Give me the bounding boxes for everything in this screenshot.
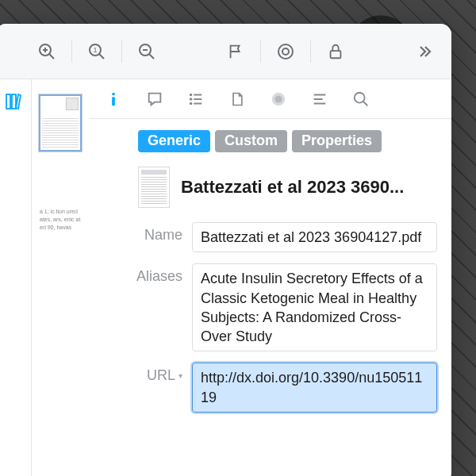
svg-text:1: 1	[93, 46, 97, 54]
top-toolbar: 1	[0, 24, 451, 79]
info-icon[interactable]	[102, 87, 125, 111]
toolbar-separator	[121, 40, 122, 63]
field-label-name: Name	[103, 222, 182, 244]
app-window: 1 a 1, ic	[0, 24, 451, 476]
blurred-page-text: a 1, ic tion ured ates, ars, enic ated 9…	[38, 208, 83, 231]
search-icon[interactable]	[349, 87, 373, 111]
zoom-out-icon[interactable]	[133, 38, 160, 65]
circle-fill-icon[interactable]	[267, 87, 290, 111]
zoom-in-icon[interactable]	[33, 38, 60, 65]
list-icon[interactable]	[184, 87, 208, 111]
zoom-actual-icon[interactable]: 1	[83, 38, 110, 65]
svg-point-15	[112, 92, 115, 95]
comment-icon[interactable]	[143, 87, 167, 111]
field-url: URL ▾ http://dx.doi.org/10.3390/nu150511…	[103, 363, 437, 413]
svg-line-8	[149, 54, 154, 59]
svg-rect-12	[330, 51, 340, 58]
toolbar-separator	[310, 40, 311, 63]
svg-point-24	[274, 95, 282, 102]
svg-rect-16	[112, 97, 115, 106]
field-aliases: Aliases Acute Insulin Secretory Effects …	[103, 263, 437, 351]
url-label-text: URL	[147, 367, 175, 384]
name-input[interactable]: Battezzati et al 2023 36904127.pdf	[192, 222, 437, 252]
document-title-row: Battezzati et al 2023 3690...	[89, 152, 451, 208]
field-name: Name Battezzati et al 2023 36904127.pdf	[103, 222, 437, 252]
info-section-tabs: Generic Custom Properties	[89, 119, 451, 152]
tab-properties[interactable]: Properties	[292, 130, 382, 152]
tab-custom[interactable]: Custom	[215, 130, 287, 152]
document-preview-column: a 1, ic tion ured ates, ars, enic ated 9…	[32, 79, 89, 476]
flag-icon[interactable]	[222, 38, 249, 65]
chevron-down-icon[interactable]: ▾	[178, 371, 182, 380]
svg-line-1	[49, 54, 54, 59]
document-mini-thumb-icon	[138, 167, 170, 208]
page-thumbnail[interactable]	[38, 94, 83, 152]
svg-rect-14	[12, 94, 16, 109]
side-rail	[0, 79, 32, 476]
toolbar-separator	[71, 40, 72, 63]
more-icon[interactable]	[410, 38, 437, 65]
svg-rect-13	[6, 94, 10, 109]
metadata-fields: Name Battezzati et al 2023 36904127.pdf …	[89, 208, 451, 413]
svg-line-29	[363, 101, 368, 106]
annotations-icon[interactable]	[2, 90, 25, 113]
svg-point-10	[278, 44, 293, 59]
svg-point-20	[190, 94, 192, 95]
svg-line-5	[99, 54, 104, 59]
svg-point-21	[190, 98, 192, 100]
document-title: Battezzati et al 2023 3690...	[181, 177, 437, 198]
inspector-panel: Generic Custom Properties Battezzati et …	[89, 79, 451, 476]
tab-generic[interactable]: Generic	[138, 130, 210, 152]
field-label-aliases: Aliases	[103, 263, 182, 285]
svg-point-11	[282, 48, 289, 55]
aliases-input[interactable]: Acute Insulin Secretory Effects of a Cla…	[192, 263, 437, 351]
align-icon[interactable]	[308, 87, 332, 111]
lock-icon[interactable]	[322, 38, 349, 65]
svg-point-22	[190, 102, 192, 104]
toolbar-separator	[260, 40, 261, 63]
url-input[interactable]: http://dx.doi.org/10.3390/nu15051119	[192, 363, 437, 413]
document-icon[interactable]	[225, 87, 249, 111]
inspector-tab-bar	[89, 79, 451, 119]
svg-point-28	[355, 92, 365, 102]
target-icon[interactable]	[272, 38, 299, 65]
field-label-url: URL ▾	[103, 363, 182, 384]
